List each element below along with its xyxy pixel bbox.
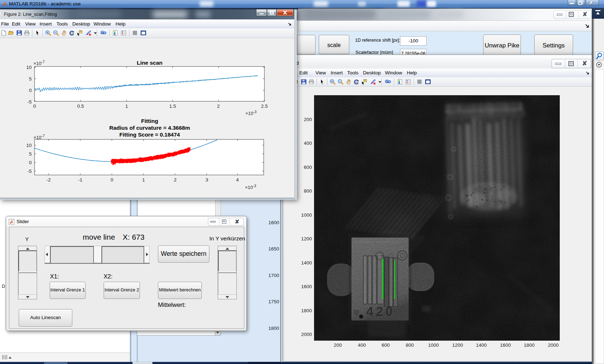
svg-text:×10-7: ×10-7 [33, 134, 45, 140]
svg-text:1: 1 [142, 177, 145, 183]
svg-text:1.5: 1.5 [169, 103, 176, 109]
svg-text:1: 1 [125, 103, 128, 109]
svg-text:4: 4 [236, 177, 239, 183]
svg-text:Radius of curvature = 4.3668m: Radius of curvature = 4.3668m [109, 125, 190, 131]
svg-text:5: 5 [29, 151, 32, 157]
svg-text:0: 0 [29, 160, 32, 165]
svg-text:10: 10 [26, 65, 32, 70]
svg-text:2: 2 [174, 177, 177, 183]
svg-text:5: 5 [29, 76, 32, 82]
svg-text:×10-3: ×10-3 [245, 184, 256, 190]
svg-text:-2: -2 [46, 177, 51, 183]
svg-text:0: 0 [33, 103, 36, 109]
svg-text:0: 0 [110, 177, 113, 183]
svg-text:×10-7: ×10-7 [33, 60, 45, 66]
svg-text:-1: -1 [78, 177, 82, 183]
svg-text:3: 3 [205, 177, 208, 183]
svg-text:×10-3: ×10-3 [245, 110, 256, 116]
svg-text:0: 0 [29, 88, 32, 93]
svg-text:Fitting: Fitting [141, 118, 158, 124]
svg-text:Line scan: Line scan [137, 60, 163, 66]
svg-text:2: 2 [217, 103, 220, 109]
svg-text:0.5: 0.5 [77, 103, 84, 109]
svg-text:10: 10 [26, 143, 32, 148]
svg-text:-5: -5 [27, 99, 32, 105]
svg-text:-5: -5 [27, 169, 32, 174]
svg-text:Fitting Score = 0.18474: Fitting Score = 0.18474 [119, 132, 180, 138]
svg-text:2.5: 2.5 [261, 103, 268, 109]
